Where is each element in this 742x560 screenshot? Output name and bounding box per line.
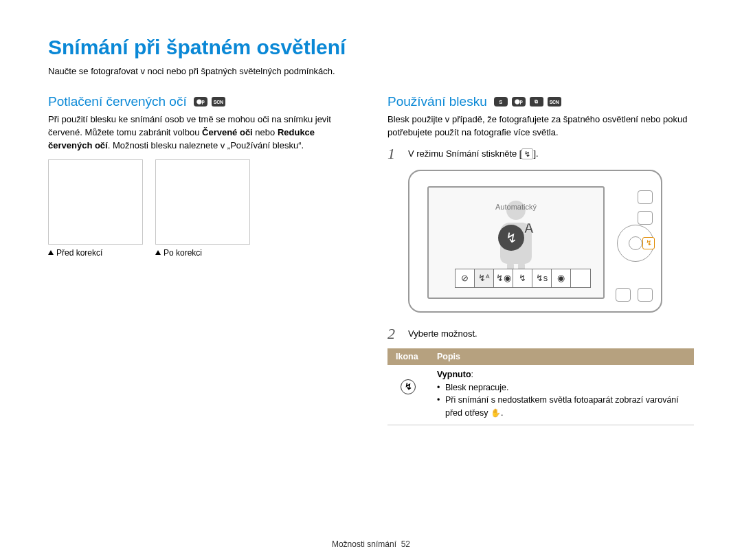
bolt-icon: ↯ <box>506 229 517 246</box>
photo-placeholder-before <box>48 159 143 245</box>
camera-bottom-buttons <box>616 288 653 302</box>
page: Snímání při špatném osvětlení Naučte se … <box>0 0 742 560</box>
mode-icon-p: ⬤p <box>512 97 526 107</box>
page-subtitle: Naučte se fotografovat v noci nebo při š… <box>48 66 694 76</box>
camera-button-1 <box>638 190 653 204</box>
bolt-circle-icon: ↯ <box>498 225 524 251</box>
mode-icon-dual: ⧉ <box>530 97 543 107</box>
flash-option-fill: ↯ <box>513 269 532 287</box>
caption-before: Před korekcí <box>48 248 143 258</box>
cell-description: Vypnuto: Blesk nepracuje. Při snímání s … <box>429 365 694 425</box>
left-paragraph: Při použití blesku ke snímání osob ve tm… <box>48 113 355 153</box>
mode-icon-scn: SCN <box>212 97 225 107</box>
bold-red-eye: Červené oči <box>202 127 253 137</box>
mode-icon-p: ⬤p <box>194 97 207 107</box>
step-2-text: Vyberte možnost. <box>408 326 477 341</box>
th-icon: Ikona <box>387 348 429 365</box>
section-header-left: Potlačení červených očí ⬤p SCN <box>48 94 355 109</box>
photo-before: Před korekcí <box>48 159 143 258</box>
step-1-text: V režimu Snímání stiskněte [↯]. <box>408 146 539 161</box>
flash-option-auto: ↯ᴬ <box>475 269 494 287</box>
photo-row: Před korekcí Po korekci <box>48 159 355 258</box>
step-2: 2 Vyberte možnost. <box>387 326 694 341</box>
text: . <box>501 408 503 418</box>
text: nebo <box>253 127 278 137</box>
triangle-up-icon <box>48 250 54 255</box>
camera-dpad: ↯ <box>617 225 654 262</box>
step-1: 1 V režimu Snímání stiskněte [↯]. <box>387 146 694 161</box>
right-intro: Blesk použijte v případě, že fotografuje… <box>387 113 694 139</box>
flash-options-row: ⊘ ↯ᴬ ↯◉ ↯ ↯s ◉ <box>455 269 591 288</box>
flash-option-slow: ↯s <box>532 269 552 287</box>
caption-after: Po korekci <box>155 248 250 258</box>
flash-a-label: A <box>524 221 534 236</box>
page-title: Snímání při špatném osvětlení <box>48 36 694 59</box>
camera-screen: Automatický ↯ A ⊘ ↯ᴬ <box>427 186 605 299</box>
step-number: 1 <box>387 146 400 161</box>
list-item: Blesk nepracuje. <box>437 381 686 394</box>
camera-illustration: Automatický ↯ A ⊘ ↯ᴬ <box>408 170 694 313</box>
photo-placeholder-after <box>155 159 250 245</box>
mode-icons-left: ⬤p SCN <box>194 97 225 107</box>
section-title-flash: Používání blesku <box>387 94 487 109</box>
flash-off-icon: ↯ <box>401 379 416 394</box>
flash-option-off: ⊘ <box>456 269 475 287</box>
dpad-flash-highlight: ↯ <box>642 237 655 249</box>
camera-button-2 <box>638 211 653 225</box>
page-footer: Možnosti snímání 52 <box>0 539 742 549</box>
photo-after: Po korekci <box>155 159 250 258</box>
bullet-list: Blesk nepracuje. Při snímání s nedostatk… <box>437 381 686 420</box>
option-title: Vypnuto <box>437 370 471 379</box>
section-header-right: Používání blesku S ⬤p ⧉ SCN <box>387 94 694 109</box>
options-table: Ikona Popis ↯ Vypnuto: Blesk nepracuje. <box>387 348 694 425</box>
th-description: Popis <box>429 348 694 365</box>
table-row: ↯ Vypnuto: Blesk nepracuje. Při snímání … <box>387 365 694 425</box>
step-number: 2 <box>387 326 400 341</box>
flash-option-empty <box>571 269 590 287</box>
flash-button-icon: ↯ <box>521 148 533 159</box>
flash-auto-badge: ↯ A <box>498 221 534 256</box>
caption-text: Před korekcí <box>56 248 102 258</box>
flash-option-redeye: ↯◉ <box>494 269 513 287</box>
mode-icons-right: S ⬤p ⧉ SCN <box>494 97 561 107</box>
shake-warning-icon: ✋ <box>491 408 501 418</box>
text: . Možnosti blesku naleznete v „Používání… <box>108 140 304 150</box>
footer-label: Možnosti snímání <box>332 539 396 549</box>
text: ]. <box>533 148 538 159</box>
mode-icon-scn: SCN <box>548 97 561 107</box>
camera-button-4 <box>638 288 653 302</box>
flash-option-redeye-fix: ◉ <box>552 269 571 287</box>
mode-icon-smart: S <box>494 97 508 107</box>
text: V režimu Snímání stiskněte [ <box>408 148 521 159</box>
triangle-up-icon <box>155 250 161 255</box>
camera-body: Automatický ↯ A ⊘ ↯ᴬ <box>408 170 662 313</box>
footer-page-number: 52 <box>401 539 410 549</box>
camera-button-3 <box>616 288 631 302</box>
table-header-row: Ikona Popis <box>387 348 694 365</box>
camera-top-buttons <box>638 190 653 225</box>
section-title-red-eye: Potlačení červených očí <box>48 94 187 109</box>
left-column: Potlačení červených očí ⬤p SCN Při použi… <box>48 94 355 425</box>
caption-text: Po korekci <box>164 248 202 258</box>
right-column: Používání blesku S ⬤p ⧉ SCN Blesk použij… <box>387 94 694 425</box>
cell-icon: ↯ <box>387 365 429 425</box>
text: Při snímání s nedostatkem světla fotoapa… <box>445 395 679 418</box>
colon: : <box>471 370 473 379</box>
list-item: Při snímání s nedostatkem světla fotoapa… <box>437 394 686 420</box>
content-columns: Potlačení červených očí ⬤p SCN Při použi… <box>48 94 694 425</box>
